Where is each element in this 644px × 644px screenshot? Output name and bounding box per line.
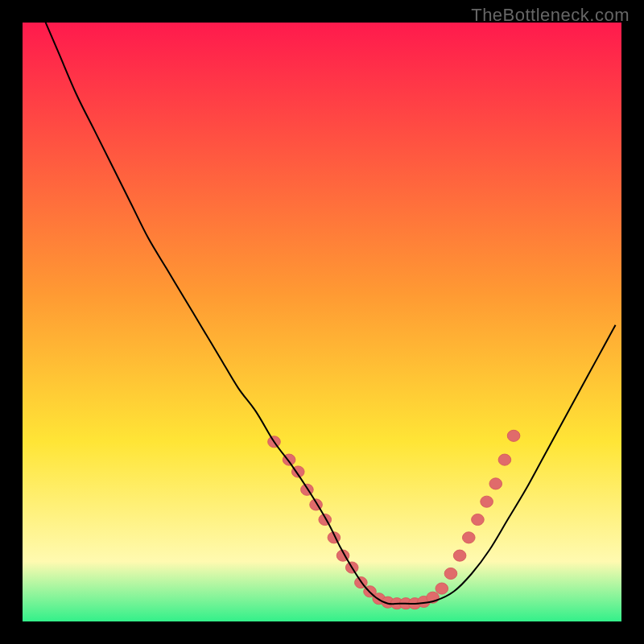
data-marker [462,532,475,543]
data-marker [472,514,485,525]
data-marker [436,583,448,594]
data-marker [489,478,502,489]
data-marker [481,496,493,507]
data-marker [498,454,511,465]
chart-svg [23,23,621,621]
data-marker [444,568,457,579]
marker-group [268,430,520,609]
data-marker [507,430,520,441]
chart-frame: TheBottleneck.com [0,0,644,644]
plot-area [23,23,621,621]
data-marker [453,550,466,561]
